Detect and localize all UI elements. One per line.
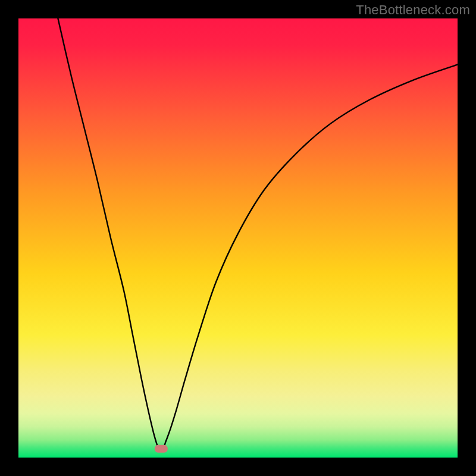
plot-area (18, 18, 458, 458)
watermark-text: TheBottleneck.com (356, 2, 470, 18)
chart-svg (18, 18, 458, 458)
curve-minimum-marker (155, 445, 168, 453)
chart-background (18, 18, 458, 458)
chart-stage: TheBottleneck.com (0, 0, 476, 476)
